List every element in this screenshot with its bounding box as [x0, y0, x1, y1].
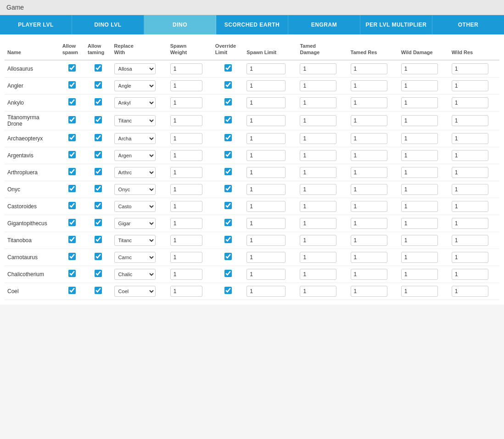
tamed-damage-input[interactable] — [300, 80, 336, 91]
allow-spawn-checkbox[interactable] — [68, 202, 76, 209]
tab-other[interactable]: OTHER — [432, 15, 504, 34]
wild-res-input[interactable] — [452, 133, 488, 144]
tamed-res-input[interactable] — [351, 97, 387, 108]
allow-taming-checkbox[interactable] — [95, 116, 102, 123]
wild-res-input[interactable] — [452, 269, 488, 280]
spawn-limit-input[interactable] — [246, 218, 286, 229]
wild-damage-input[interactable] — [401, 269, 438, 280]
allow-taming-checkbox[interactable] — [95, 287, 102, 294]
wild-res-input[interactable] — [452, 252, 488, 263]
allow-spawn-checkbox[interactable] — [68, 98, 76, 106]
allow-spawn-checkbox[interactable] — [68, 116, 76, 123]
wild-damage-input[interactable] — [401, 286, 438, 297]
override-limit-checkbox[interactable] — [224, 64, 232, 72]
replace-with-select[interactable]: Archa — [114, 133, 156, 144]
override-limit-checkbox[interactable] — [224, 236, 232, 243]
tamed-res-input[interactable] — [351, 269, 387, 280]
allow-taming-checkbox[interactable] — [95, 270, 102, 277]
tamed-damage-input[interactable] — [300, 150, 336, 161]
tamed-res-input[interactable] — [351, 150, 387, 161]
spawn-weight-input[interactable] — [170, 80, 202, 91]
wild-damage-input[interactable] — [401, 218, 438, 229]
tamed-damage-input[interactable] — [300, 97, 336, 108]
allow-spawn-checkbox[interactable] — [68, 151, 76, 158]
replace-with-select[interactable]: Chalic — [114, 269, 156, 280]
tamed-res-input[interactable] — [351, 218, 387, 229]
tamed-res-input[interactable] — [351, 235, 387, 246]
tamed-damage-input[interactable] — [300, 201, 336, 212]
allow-spawn-checkbox[interactable] — [68, 253, 76, 260]
replace-with-select[interactable]: Argen — [114, 150, 156, 161]
replace-with-select[interactable]: Onyc — [114, 184, 156, 195]
spawn-limit-input[interactable] — [246, 252, 286, 263]
replace-with-select[interactable]: Ankyl — [114, 97, 156, 108]
allow-taming-checkbox[interactable] — [95, 134, 102, 141]
wild-res-input[interactable] — [452, 235, 488, 246]
spawn-weight-input[interactable] — [170, 201, 202, 212]
spawn-weight-input[interactable] — [170, 97, 202, 108]
tamed-damage-input[interactable] — [300, 218, 336, 229]
spawn-weight-input[interactable] — [170, 184, 202, 195]
wild-damage-input[interactable] — [401, 133, 438, 144]
spawn-weight-input[interactable] — [170, 269, 202, 280]
wild-res-input[interactable] — [452, 150, 488, 161]
allow-spawn-checkbox[interactable] — [68, 64, 76, 72]
allow-taming-checkbox[interactable] — [95, 219, 102, 226]
tamed-damage-input[interactable] — [300, 286, 336, 297]
tamed-damage-input[interactable] — [300, 63, 336, 74]
wild-res-input[interactable] — [452, 286, 488, 297]
tamed-damage-input[interactable] — [300, 115, 336, 126]
replace-with-select[interactable]: Carnc — [114, 252, 156, 263]
wild-damage-input[interactable] — [401, 201, 438, 212]
override-limit-checkbox[interactable] — [224, 168, 232, 175]
tab-player-lvl[interactable]: PLAYER LVL — [0, 15, 72, 34]
spawn-weight-input[interactable] — [170, 133, 202, 144]
tamed-res-input[interactable] — [351, 252, 387, 263]
allow-taming-checkbox[interactable] — [95, 236, 102, 243]
override-limit-checkbox[interactable] — [224, 202, 232, 209]
allow-taming-checkbox[interactable] — [95, 98, 102, 106]
wild-damage-input[interactable] — [401, 252, 438, 263]
spawn-weight-input[interactable] — [170, 150, 202, 161]
replace-with-select[interactable]: Titanc — [114, 115, 156, 126]
allow-spawn-checkbox[interactable] — [68, 236, 76, 243]
replace-with-select[interactable]: Angle — [114, 80, 156, 91]
tab-per-lvl-multiplier[interactable]: PER LVL MULTIPLIER — [360, 15, 432, 34]
spawn-weight-input[interactable] — [170, 218, 202, 229]
tamed-res-input[interactable] — [351, 167, 387, 178]
allow-taming-checkbox[interactable] — [95, 202, 102, 209]
spawn-limit-input[interactable] — [246, 80, 286, 91]
replace-with-select[interactable]: Titanc — [114, 235, 156, 246]
tamed-res-input[interactable] — [351, 80, 387, 91]
allow-spawn-checkbox[interactable] — [68, 168, 76, 175]
override-limit-checkbox[interactable] — [224, 270, 232, 277]
wild-damage-input[interactable] — [401, 97, 438, 108]
allow-spawn-checkbox[interactable] — [68, 219, 76, 226]
spawn-limit-input[interactable] — [246, 63, 286, 74]
tamed-damage-input[interactable] — [300, 252, 336, 263]
spawn-weight-input[interactable] — [170, 235, 202, 246]
wild-res-input[interactable] — [452, 218, 488, 229]
allow-taming-checkbox[interactable] — [95, 64, 102, 72]
allow-taming-checkbox[interactable] — [95, 185, 102, 192]
spawn-limit-input[interactable] — [246, 97, 286, 108]
tamed-damage-input[interactable] — [300, 167, 336, 178]
wild-damage-input[interactable] — [401, 63, 438, 74]
replace-with-select[interactable]: Arthrc — [114, 167, 156, 178]
tamed-res-input[interactable] — [351, 115, 387, 126]
allow-taming-checkbox[interactable] — [95, 253, 102, 260]
tamed-res-input[interactable] — [351, 201, 387, 212]
replace-with-select[interactable]: Coel — [114, 286, 156, 297]
wild-res-input[interactable] — [452, 115, 488, 126]
replace-with-select[interactable]: Gigar — [114, 218, 156, 229]
wild-res-input[interactable] — [452, 97, 488, 108]
tamed-res-input[interactable] — [351, 184, 387, 195]
spawn-weight-input[interactable] — [170, 286, 202, 297]
tamed-damage-input[interactable] — [300, 133, 336, 144]
override-limit-checkbox[interactable] — [224, 134, 232, 141]
override-limit-checkbox[interactable] — [224, 116, 232, 123]
spawn-limit-input[interactable] — [246, 201, 286, 212]
wild-damage-input[interactable] — [401, 80, 438, 91]
spawn-limit-input[interactable] — [246, 286, 286, 297]
wild-res-input[interactable] — [452, 167, 488, 178]
